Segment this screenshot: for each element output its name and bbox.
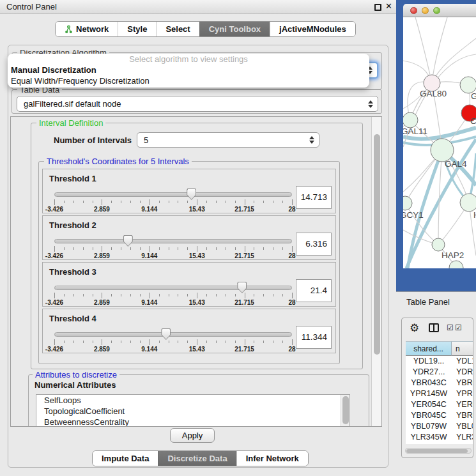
table-horizontal-scrollbar[interactable]: [405, 448, 472, 454]
minimize-traffic-light-icon[interactable]: [422, 7, 429, 14]
bottom-tab-discretize-data[interactable]: Discretize Data: [158, 451, 236, 466]
threshold-slider[interactable]: -3.4262.8599.14415.4321.71528: [54, 309, 292, 354]
network-canvas[interactable]: GAL80GCGAL11GAL4GCY1HHAP2: [403, 17, 476, 268]
table-data-combobox[interactable]: galFiltered.sif default node: [17, 96, 378, 112]
node-label: C: [470, 116, 476, 126]
algorithm-option[interactable]: Equal Width/Frequency Discretization: [8, 75, 369, 86]
cell-shared-name: YER054C: [406, 399, 452, 410]
slider-ticks: [54, 199, 292, 206]
network-node[interactable]: [449, 261, 463, 268]
cell-name: YPR1: [452, 388, 473, 399]
slider-track[interactable]: [54, 239, 292, 243]
attribute-list-item[interactable]: BetweennessCentrality: [36, 417, 349, 427]
network-window-titlebar[interactable]: [403, 4, 476, 17]
control-panel-tab-bar: NetworkStyleSelectCyni ToolboxjActiveMNo…: [55, 21, 356, 37]
application-window: Control Panel ✕ NetworkStyleSelectCyni T…: [0, 0, 476, 476]
slider-track[interactable]: [54, 192, 292, 197]
columns-icon[interactable]: [429, 323, 439, 332]
slider-thumb[interactable]: [237, 282, 247, 293]
tab-label: Style: [127, 24, 147, 34]
table-panel-title: Table Panel: [406, 297, 450, 307]
combo-stepper-icon[interactable]: [367, 100, 373, 108]
table-row[interactable]: YIL052CYIL0: [406, 443, 473, 444]
slider-thumb[interactable]: [161, 328, 171, 340]
cell-name: YER0: [452, 399, 473, 410]
cell-shared-name: YIL052C: [406, 443, 452, 444]
number-of-intervals-combobox[interactable]: 5: [137, 132, 319, 148]
table-row[interactable]: YPR145WYPR1: [406, 388, 473, 399]
table-row[interactable]: YLR345WYLR3: [406, 432, 473, 443]
slider-thumb[interactable]: [187, 188, 196, 200]
cyni-bottom-tab-bar: Impute DataDiscretize DataInfer Network: [92, 450, 309, 466]
table-rows: YDL19...YDL1YDR27...YDR2YBR043CYBR0YPR14…: [406, 356, 473, 444]
slider-tick-labels: -3.4262.8599.14415.4321.71528: [54, 299, 292, 307]
tab-style[interactable]: Style: [118, 22, 156, 36]
slider-track[interactable]: [54, 332, 292, 337]
tab-jactivemnodules[interactable]: jActiveMNodules: [270, 22, 355, 36]
tab-select[interactable]: Select: [156, 22, 199, 36]
settings-vertical-scrollbar[interactable]: [371, 117, 382, 427]
table-row[interactable]: YBR043CYBR0: [406, 378, 473, 388]
column-header-shared-name[interactable]: shared...: [406, 341, 452, 356]
threshold-value-field[interactable]: 21.4: [296, 279, 332, 302]
threshold-value-field[interactable]: 6.316: [296, 233, 332, 256]
zoom-traffic-light-icon[interactable]: [433, 7, 440, 14]
threshold-slider[interactable]: -3.4262.8599.14415.4321.71528: [54, 263, 292, 307]
table-row[interactable]: YER054CYER0: [406, 399, 473, 410]
attributes-list-scrollbar-thumb[interactable]: [342, 396, 349, 424]
gear-icon[interactable]: ⚙: [410, 321, 419, 335]
table-row[interactable]: YBR045CYBR0: [406, 410, 473, 421]
attribute-list-item[interactable]: TopologicalCoefficient: [36, 406, 349, 417]
cell-shared-name: YBL079W: [406, 421, 452, 432]
checkbox-icon[interactable]: ☑: [447, 323, 454, 332]
slider-ticks: [54, 339, 292, 346]
table-row[interactable]: YDR27...YDR2: [406, 367, 473, 378]
checkbox-icon[interactable]: ☑: [455, 323, 462, 332]
network-node-gal4[interactable]: [431, 139, 454, 162]
threshold-slider[interactable]: -3.4262.8599.14415.4321.71528: [54, 216, 292, 261]
table-data-value: galFiltered.sif default node: [17, 99, 367, 109]
settings-scroll-pane: Interval Definition Number of Intervals …: [10, 116, 382, 427]
threshold-value-field[interactable]: 11.344: [296, 326, 332, 349]
tab-label: Discretize Data: [167, 454, 227, 463]
threshold-value-field[interactable]: 14.713: [296, 186, 332, 209]
bottom-tab-infer-network[interactable]: Infer Network: [236, 451, 308, 466]
network-node-gcy1[interactable]: [403, 196, 412, 210]
cell-shared-name: YBR045C: [406, 410, 452, 421]
close-icon[interactable]: ✕: [385, 1, 392, 11]
combo-stepper-icon[interactable]: [309, 136, 314, 144]
slider-track[interactable]: [54, 286, 292, 290]
table-hscrollbar-thumb[interactable]: [406, 449, 468, 453]
threshold-panel-2: Threshold 2-3.4262.8599.14415.4321.71528…: [42, 215, 336, 260]
slider-tick-labels: -3.4262.8599.14415.4321.71528: [54, 206, 292, 213]
slider-thumb[interactable]: [123, 235, 133, 247]
table-row[interactable]: YBL079WYBL0: [406, 421, 473, 432]
network-node-hap2[interactable]: [432, 238, 445, 251]
float-window-icon[interactable]: [374, 4, 381, 11]
slider-tick-labels: -3.4262.8599.14415.4321.71528: [54, 252, 292, 260]
close-traffic-light-icon[interactable]: [410, 7, 417, 14]
algorithm-placeholder-option[interactable]: Select algorithm to view settings: [8, 54, 369, 65]
table-row[interactable]: YDL19...YDL1: [406, 356, 473, 367]
tab-label: Select: [165, 24, 190, 34]
tab-cyni-toolbox[interactable]: Cyni Toolbox: [199, 22, 270, 36]
attributes-group-title: Attributes to discretize: [33, 370, 119, 380]
network-node-h[interactable]: [460, 194, 476, 211]
bottom-tab-impute-data[interactable]: Impute Data: [93, 451, 158, 466]
apply-button[interactable]: Apply: [170, 428, 215, 443]
attribute-list-item[interactable]: SelfLoops: [36, 395, 349, 406]
slider-ticks: [54, 293, 292, 299]
interval-definition-title: Interval Definition: [36, 118, 105, 128]
settings-scrollbar-thumb[interactable]: [374, 134, 380, 355]
node-label: GAL11: [403, 127, 427, 136]
network-node-gal11[interactable]: [403, 112, 418, 128]
column-header-name[interactable]: n: [452, 341, 473, 356]
tab-network[interactable]: Network: [56, 22, 118, 36]
numerical-attributes-list[interactable]: SelfLoopsTopologicalCoefficientBetweenne…: [36, 394, 350, 427]
attributes-list-scrollbar[interactable]: [341, 395, 349, 427]
cell-name: YBR0: [452, 378, 473, 388]
threshold-slider[interactable]: -3.4262.8599.14415.4321.71528: [54, 169, 292, 214]
cell-name: YBL0: [452, 421, 473, 432]
algorithm-option[interactable]: Manual Discretization: [8, 65, 369, 75]
cell-name: YDL1: [452, 356, 473, 367]
